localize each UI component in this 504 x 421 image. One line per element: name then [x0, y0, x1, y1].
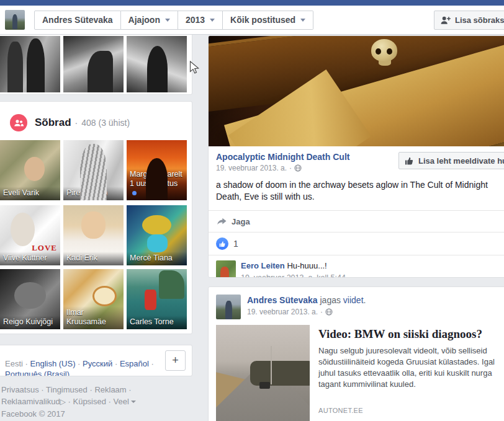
friends-count: 408 (3 ühist) — [81, 118, 130, 128]
friend-tile[interactable]: Ilmar Kruusamäe — [63, 269, 124, 329]
sep-dot: · — [75, 118, 78, 128]
post-card: Apocalyptic Midnight Death Cult 19. veeb… — [208, 35, 504, 278]
timeline-filter-group: Andres Sütevaka Ajajoon 2013 Kõik postit… — [34, 11, 313, 30]
timeline-tab-dropdown[interactable]: Ajajoon — [121, 11, 178, 30]
friend-tile[interactable]: Margus Saarelt 1 uus postitus — [127, 140, 187, 200]
profile-name-segment[interactable]: Andres Sütevaka — [34, 11, 121, 30]
language-link[interactable]: Español — [120, 359, 149, 368]
post-timestamp-link[interactable]: 19. veebruar 2013. a. — [216, 164, 287, 172]
footer-link-more[interactable]: Veel — [114, 397, 129, 406]
sep-dot: · — [289, 164, 292, 172]
friends-section-title[interactable]: Sõbrad — [35, 117, 71, 129]
friend-name: Margus Saarelt — [130, 170, 182, 179]
share-action[interactable]: Jaga — [209, 210, 504, 232]
photos-card — [0, 31, 192, 95]
friends-card-header: Sõbrad · 408 (3 ühist) — [10, 114, 130, 131]
friend-tile[interactable]: LOVE Viive Küttner — [0, 205, 60, 265]
post-photo-skull-coffins[interactable] — [209, 36, 504, 146]
add-friend-icon — [441, 16, 451, 25]
footer-link-terms[interactable]: Tingimused — [46, 385, 88, 394]
adchoices-icon: ▷ — [60, 397, 66, 406]
post-card: Andres Sütevaka jagas viidet. 19. veebru… — [208, 286, 504, 421]
language-link[interactable]: English (US) — [30, 359, 76, 368]
facebook-timeline-screen: Andres Sütevaka Ajajoon 2013 Kõik postit… — [0, 0, 504, 421]
thumbs-up-icon — [405, 156, 414, 166]
comment-timestamp: 19. veebruar 2013. a. kell 5:44 — [241, 273, 346, 278]
friend-name: Viive Küttner — [3, 254, 47, 262]
like-count: 1 — [233, 239, 238, 249]
profile-avatar[interactable] — [5, 10, 25, 30]
post-byline: Andres Sütevaka jagas viidet. — [247, 295, 366, 306]
photo-thumbnail[interactable] — [0, 36, 60, 92]
chevron-down-icon — [131, 401, 136, 403]
friend-name: Eveli Varik — [3, 188, 39, 197]
byline-period: . — [364, 295, 366, 305]
language-current: Eesti — [5, 359, 23, 368]
posts-filter-label: Kõik postitused — [230, 15, 295, 25]
link-description: Nagu selgub juuresolevalt videolt, võib … — [318, 345, 504, 390]
photo-thumbnail[interactable] — [127, 36, 187, 92]
share-icon — [216, 216, 227, 226]
friend-tile[interactable]: Carles Torne — [127, 269, 187, 329]
shared-object-link[interactable]: viidet — [343, 295, 364, 305]
post-body-text: a shadow of doom in the archway besets a… — [209, 172, 504, 210]
like-page-label: Lisa leht meeldivate hulka — [418, 156, 504, 166]
post-meta: 19. veebruar 2013. a. · — [247, 308, 366, 316]
post-meta: 19. veebruar 2013. a. · — [216, 164, 349, 172]
friend-name: Piret Kerem — [66, 188, 107, 197]
sep-dot: · — [68, 397, 71, 406]
friend-tile[interactable]: Piret Kerem — [63, 140, 124, 200]
video-thumbnail[interactable] — [216, 325, 310, 421]
friend-name: Kadi Erik — [66, 254, 97, 262]
chevron-down-icon — [300, 19, 305, 22]
add-language-button[interactable]: + — [165, 350, 186, 371]
friend-name: Mercè Tiana — [130, 254, 173, 262]
sep-dot: · — [78, 359, 80, 368]
commenter-avatar[interactable] — [216, 260, 236, 278]
language-link[interactable]: Русский — [83, 359, 112, 368]
add-friend-label: Lisa sõbraks — [455, 16, 504, 25]
footer-link-privacy[interactable]: Privaatsus — [1, 385, 39, 394]
footer-links: Privaatsus · Tingimused · Reklaam · Rekl… — [1, 384, 189, 408]
language-link[interactable]: Português (Brasil) — [5, 370, 70, 376]
like-page-button[interactable]: Lisa leht meeldivate hulka — [398, 152, 504, 169]
sep-dot: · — [25, 359, 28, 368]
sep-dot: · — [320, 308, 323, 316]
friends-icon — [10, 114, 27, 131]
friend-tile[interactable]: Mercè Tiana — [127, 205, 187, 265]
sep-dot: · — [151, 359, 154, 368]
link-source-domain: AUTONET.EE — [318, 407, 504, 414]
page-name-link[interactable]: Apocalyptic Midnight Death Cult — [216, 152, 349, 162]
author-avatar[interactable] — [216, 295, 241, 319]
like-count-row[interactable]: 1 — [209, 232, 504, 255]
timeline-tab-label: Ajajoon — [128, 15, 160, 25]
footer-link-cookies[interactable]: Küpsised — [73, 397, 106, 406]
facebook-top-nav-bar — [0, 0, 504, 6]
like-badge-icon — [216, 237, 228, 250]
language-list: Eesti · English (US) · Русский · Español… — [5, 358, 159, 376]
posts-filter-dropdown[interactable]: Kõik postitused — [223, 11, 313, 30]
friend-name: Ilmar Kruusamäe — [66, 308, 106, 326]
friend-tile[interactable]: Kadi Erik — [63, 205, 124, 265]
page-footer: Privaatsus · Tingimused · Reklaam · Rekl… — [1, 384, 189, 420]
chevron-down-icon — [210, 19, 215, 22]
friend-new-post-badge: 1 uus postitus — [130, 179, 178, 188]
friends-card: Sõbrad · 408 (3 ühist) Eveli Varik Piret… — [0, 101, 192, 334]
post-header: Apocalyptic Midnight Death Cult 19. veeb… — [209, 146, 504, 172]
add-friend-button[interactable]: Lisa sõbraks — [434, 11, 504, 30]
footer-link-adchoices[interactable]: Reklaamivalikud — [1, 397, 60, 406]
comment: Eero Leiten Hu-huuu...! 19. veebruar 201… — [209, 255, 504, 278]
profile-name-label: Andres Sütevaka — [42, 15, 113, 25]
friend-tile[interactable]: Reigo Kuivjõgi — [0, 269, 60, 329]
author-name-link[interactable]: Andres Sütevaka — [247, 295, 318, 305]
photo-thumbnail[interactable] — [63, 36, 124, 92]
shared-link-card[interactable]: Video: BMW on siiski diagnoos? Nagu selg… — [209, 325, 504, 421]
post-timestamp-link[interactable]: 19. veebruar 2013. a. — [247, 308, 318, 316]
friend-name: Reigo Kuivjõgi — [3, 317, 53, 326]
friend-tile[interactable]: Eveli Varik — [0, 140, 60, 200]
footer-link-ads[interactable]: Reklaam — [94, 385, 126, 394]
link-title[interactable]: Video: BMW on siiski diagnoos? — [318, 327, 504, 341]
year-filter-dropdown[interactable]: 2013 — [178, 11, 223, 30]
commenter-name-link[interactable]: Eero Leiten — [241, 261, 285, 270]
globe-privacy-icon — [294, 164, 302, 172]
